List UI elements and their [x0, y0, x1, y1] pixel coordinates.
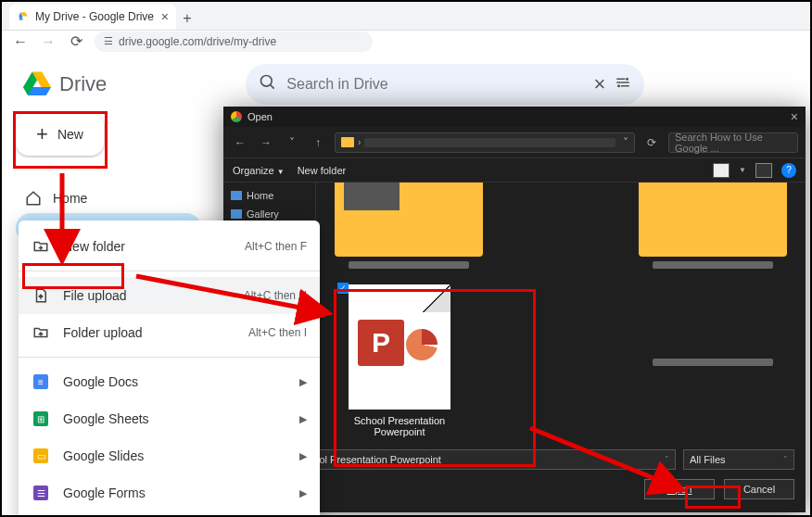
site-settings-icon[interactable]: ☰ — [104, 35, 113, 47]
file-item-selected[interactable]: ✓ P School Presentation Powerpoint — [339, 284, 460, 437]
home-icon — [25, 190, 42, 207]
menu-label: Google Docs — [63, 374, 286, 389]
file-label: School Presentation Powerpoint — [339, 415, 460, 437]
menu-shortcut: Alt+C then I — [248, 326, 307, 339]
open-button[interactable]: Open — [644, 479, 715, 499]
search-bar[interactable]: × — [246, 64, 644, 105]
nav-up-icon[interactable]: ˅ — [283, 136, 301, 149]
file-name-input[interactable]: School Presentation Powerpoint ˅ — [289, 449, 676, 470]
svg-point-3 — [617, 84, 620, 87]
submenu-arrow-icon: ▶ — [299, 487, 307, 499]
path-dropdown-icon[interactable]: ˅ — [623, 136, 628, 149]
url-text: drive.google.com/drive/my-drive — [119, 35, 276, 48]
new-tab-button[interactable]: + — [176, 7, 198, 30]
organize-button[interactable]: Organize ▼ — [233, 165, 285, 176]
drive-logo-icon — [20, 68, 54, 101]
menu-google-docs[interactable]: ≡ Google Docs ▶ — [19, 363, 320, 400]
path-field[interactable]: › ˅ — [335, 132, 635, 153]
menu-folder-upload[interactable]: Folder upload Alt+C then I — [19, 314, 320, 351]
new-button[interactable]: + New — [16, 113, 104, 156]
selection-check-icon: ✓ — [337, 283, 349, 294]
folder-icon — [341, 137, 354, 147]
docs-icon: ≡ — [32, 374, 50, 389]
search-input[interactable] — [286, 76, 584, 93]
tab-title: My Drive - Google Drive — [35, 10, 156, 23]
file-upload-icon — [32, 287, 50, 304]
menu-file-upload[interactable]: File upload Alt+C then U — [19, 277, 320, 314]
svg-line-1 — [271, 85, 274, 89]
menu-shortcut: Alt+C then U — [244, 289, 307, 302]
new-folder-icon — [32, 238, 50, 255]
menu-google-sheets[interactable]: ⊞ Google Sheets ▶ — [19, 400, 320, 437]
sidebar-item-label: Home — [53, 191, 87, 206]
nav-back-icon[interactable]: ← — [231, 136, 249, 149]
forms-icon: ☰ — [32, 485, 50, 500]
browser-tab[interactable]: My Drive - Google Drive × — [9, 4, 176, 30]
menu-label: File upload — [63, 288, 231, 303]
sidebar-item-home[interactable]: Home — [16, 183, 201, 213]
dialog-nav: ← → ˅ ↑ › ˅ ⟳ Search How to Use Google .… — [223, 127, 806, 158]
menu-label: Google Forms — [63, 485, 286, 500]
pie-chart-icon — [406, 329, 438, 360]
menu-google-slides[interactable]: ▭ Google Slides ▶ — [19, 437, 320, 474]
powerpoint-icon: P — [358, 320, 404, 366]
cancel-button[interactable]: Cancel — [724, 479, 794, 499]
submenu-arrow-icon: ▶ — [299, 376, 307, 388]
drive-app-name: Drive — [59, 72, 107, 96]
preview-button[interactable] — [755, 163, 772, 178]
sheets-icon: ⊞ — [32, 411, 50, 426]
submenu-arrow-icon: ▶ — [299, 450, 307, 462]
file-label-redacted — [653, 359, 773, 366]
menu-label: Google Sheets — [63, 411, 286, 426]
help-icon[interactable]: ? — [781, 163, 796, 178]
dialog-toolbar: Organize ▼ New folder ▼ ? — [223, 158, 806, 183]
browser-chrome: My Drive - Google Drive × + ← → ⟳ ☰ driv… — [2, 2, 810, 52]
home-icon — [231, 191, 242, 200]
menu-label: Folder upload — [63, 325, 235, 340]
file-thumbnail: P — [349, 284, 450, 410]
forward-icon[interactable]: → — [39, 33, 57, 50]
dialog-side-home[interactable]: Home — [227, 186, 311, 205]
dialog-close-icon[interactable]: × — [791, 109, 798, 124]
tab-close-icon[interactable]: × — [161, 9, 169, 24]
file-thumb[interactable] — [335, 183, 483, 257]
new-button-label: New — [57, 127, 83, 142]
menu-label: Google Slides — [63, 448, 286, 463]
svg-point-2 — [626, 77, 628, 80]
nav-up-icon[interactable]: ↑ — [309, 136, 327, 149]
reload-icon[interactable]: ⟳ — [67, 32, 85, 50]
dialog-file-grid[interactable]: ✓ P School Presentation Powerpoint — [316, 183, 806, 444]
clear-search-icon[interactable]: × — [593, 72, 605, 96]
menu-shortcut: Alt+C then F — [245, 240, 307, 253]
view-mode-button[interactable] — [713, 163, 730, 178]
drive-header: Drive × — [2, 61, 810, 107]
nav-forward-icon[interactable]: → — [257, 136, 275, 149]
file-thumb[interactable] — [639, 183, 787, 257]
dialog-search-input[interactable]: Search How to Use Google ... — [668, 132, 798, 153]
gallery-icon — [231, 209, 242, 219]
drive-logo[interactable]: Drive — [20, 68, 107, 101]
path-redacted — [364, 138, 615, 147]
menu-google-forms[interactable]: ☰ Google Forms ▶ — [19, 474, 320, 511]
menu-label: New folder — [63, 239, 232, 254]
file-type-select[interactable]: All Files ˅ — [683, 449, 794, 470]
file-label-redacted — [349, 261, 469, 269]
svg-point-0 — [261, 76, 273, 87]
dialog-titlebar: Open × — [223, 107, 806, 127]
url-field[interactable]: ☰ drive.google.com/drive/my-drive — [95, 32, 373, 52]
menu-new-folder[interactable]: New folder Alt+C then F — [19, 228, 320, 265]
chrome-icon — [231, 111, 242, 122]
refresh-icon[interactable]: ⟳ — [642, 136, 661, 149]
search-icon — [259, 73, 277, 95]
search-options-icon[interactable] — [615, 74, 631, 95]
back-icon[interactable]: ← — [11, 33, 30, 50]
dialog-title: Open — [247, 111, 273, 122]
new-menu: New folder Alt+C then F File upload Alt+… — [19, 221, 320, 517]
folder-upload-icon — [32, 324, 50, 341]
menu-divider — [19, 271, 320, 271]
plus-icon: + — [36, 122, 48, 146]
menu-divider — [19, 357, 320, 358]
toolbar-new-folder[interactable]: New folder — [298, 165, 347, 176]
slides-icon: ▭ — [32, 448, 50, 463]
address-bar: ← → ⟳ ☰ drive.google.com/drive/my-drive — [2, 30, 810, 52]
